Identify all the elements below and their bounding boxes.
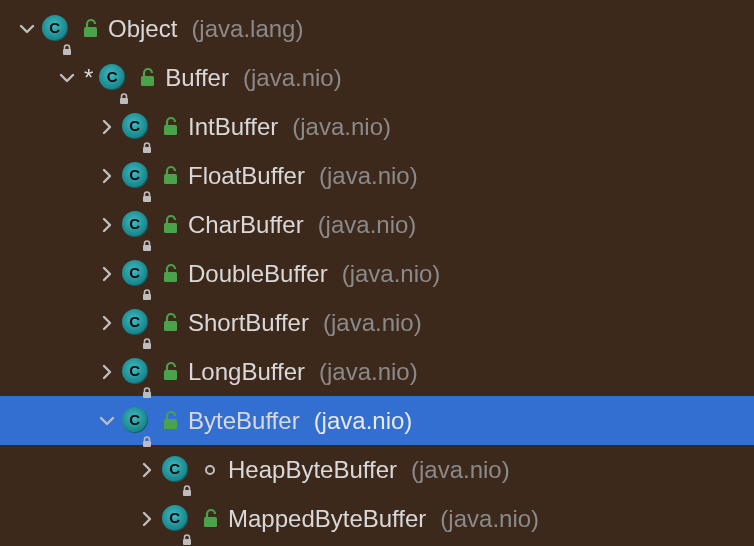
chevron-down-icon[interactable] — [54, 65, 80, 91]
package-label: (java.nio) — [440, 505, 539, 533]
unlocked-icon — [160, 361, 180, 383]
class-icon: C — [122, 406, 152, 436]
chevron-right-icon[interactable] — [94, 114, 120, 140]
unlocked-icon — [200, 508, 220, 530]
class-icon: C — [122, 210, 152, 240]
tree-row[interactable]: CFloatBuffer(java.nio) — [0, 151, 754, 200]
mini-lock-icon — [141, 328, 153, 340]
tree-cell: CBuffer(java.nio) — [99, 63, 341, 93]
unlocked-icon — [137, 67, 157, 89]
tree-cell: CCharBuffer(java.nio) — [122, 210, 416, 240]
mini-lock-icon — [141, 181, 153, 193]
class-icon: C — [122, 308, 152, 338]
tree-row[interactable]: *CBuffer(java.nio) — [0, 53, 754, 102]
mini-lock-icon — [141, 279, 153, 291]
class-icon: C — [162, 504, 192, 534]
mini-lock-icon — [61, 34, 73, 46]
tree-cell: CFloatBuffer(java.nio) — [122, 161, 418, 191]
class-hierarchy-tree: CObject(java.lang)*CBuffer(java.nio)CInt… — [0, 0, 754, 543]
class-icon: C — [122, 161, 152, 191]
tree-cell: CShortBuffer(java.nio) — [122, 308, 422, 338]
tree-row[interactable]: CDoubleBuffer(java.nio) — [0, 249, 754, 298]
tree-row[interactable]: CCharBuffer(java.nio) — [0, 200, 754, 249]
package-label: (java.nio) — [411, 456, 510, 484]
class-name-label: DoubleBuffer — [188, 260, 328, 288]
package-label: (java.nio) — [292, 113, 391, 141]
package-label: (java.nio) — [243, 64, 342, 92]
class-name-label: LongBuffer — [188, 358, 305, 386]
package-label: (java.nio) — [314, 407, 413, 435]
class-name-label: HeapByteBuffer — [228, 456, 397, 484]
class-icon: C — [122, 357, 152, 387]
mini-lock-icon — [118, 83, 130, 95]
class-icon: C — [99, 63, 129, 93]
tree-row[interactable]: CShortBuffer(java.nio) — [0, 298, 754, 347]
tree-cell: CObject(java.lang) — [42, 14, 303, 44]
chevron-right-icon[interactable] — [94, 212, 120, 238]
package-private-icon — [200, 459, 220, 481]
class-name-label: Object — [108, 15, 177, 43]
class-name-label: IntBuffer — [188, 113, 278, 141]
unlocked-icon — [160, 263, 180, 285]
chevron-right-icon[interactable] — [134, 457, 160, 483]
class-name-label: ByteBuffer — [188, 407, 300, 435]
unlocked-icon — [160, 410, 180, 432]
unlocked-icon — [80, 18, 100, 40]
mini-lock-icon — [141, 426, 153, 438]
mini-lock-icon — [141, 230, 153, 242]
package-label: (java.nio) — [323, 309, 422, 337]
tree-cell: CDoubleBuffer(java.nio) — [122, 259, 440, 289]
tree-cell: CByteBuffer(java.nio) — [122, 406, 412, 436]
class-icon: C — [122, 112, 152, 142]
package-label: (java.nio) — [342, 260, 441, 288]
tree-row[interactable]: CLongBuffer(java.nio) — [0, 347, 754, 396]
unlocked-icon — [160, 165, 180, 187]
tree-row[interactable]: CObject(java.lang) — [0, 4, 754, 53]
mini-lock-icon — [141, 377, 153, 389]
package-label: (java.nio) — [319, 358, 418, 386]
package-label: (java.nio) — [319, 162, 418, 190]
tree-cell: CIntBuffer(java.nio) — [122, 112, 391, 142]
class-icon: C — [162, 455, 192, 485]
class-name-label: ShortBuffer — [188, 309, 309, 337]
chevron-right-icon[interactable] — [94, 310, 120, 336]
chevron-right-icon[interactable] — [134, 506, 160, 532]
tree-cell: CLongBuffer(java.nio) — [122, 357, 418, 387]
chevron-right-icon[interactable] — [94, 261, 120, 287]
chevron-right-icon[interactable] — [94, 359, 120, 385]
class-name-label: Buffer — [165, 64, 229, 92]
unlocked-icon — [160, 214, 180, 236]
modified-indicator: * — [84, 64, 93, 92]
package-label: (java.lang) — [191, 15, 303, 43]
mini-lock-icon — [181, 475, 193, 487]
unlocked-icon — [160, 116, 180, 138]
class-name-label: CharBuffer — [188, 211, 304, 239]
mini-lock-icon — [141, 132, 153, 144]
tree-cell: CHeapByteBuffer(java.nio) — [162, 455, 510, 485]
class-icon: C — [122, 259, 152, 289]
class-name-label: FloatBuffer — [188, 162, 305, 190]
package-label: (java.nio) — [318, 211, 417, 239]
chevron-right-icon[interactable] — [94, 163, 120, 189]
unlocked-icon — [160, 312, 180, 334]
tree-row[interactable]: CHeapByteBuffer(java.nio) — [0, 445, 754, 494]
mini-lock-icon — [181, 524, 193, 536]
class-name-label: MappedByteBuffer — [228, 505, 426, 533]
chevron-down-icon[interactable] — [14, 16, 40, 42]
tree-row[interactable]: CIntBuffer(java.nio) — [0, 102, 754, 151]
tree-row[interactable]: CMappedByteBuffer(java.nio) — [0, 494, 754, 543]
tree-row[interactable]: CByteBuffer(java.nio) — [0, 396, 754, 445]
chevron-down-icon[interactable] — [94, 408, 120, 434]
class-icon: C — [42, 14, 72, 44]
tree-cell: CMappedByteBuffer(java.nio) — [162, 504, 539, 534]
